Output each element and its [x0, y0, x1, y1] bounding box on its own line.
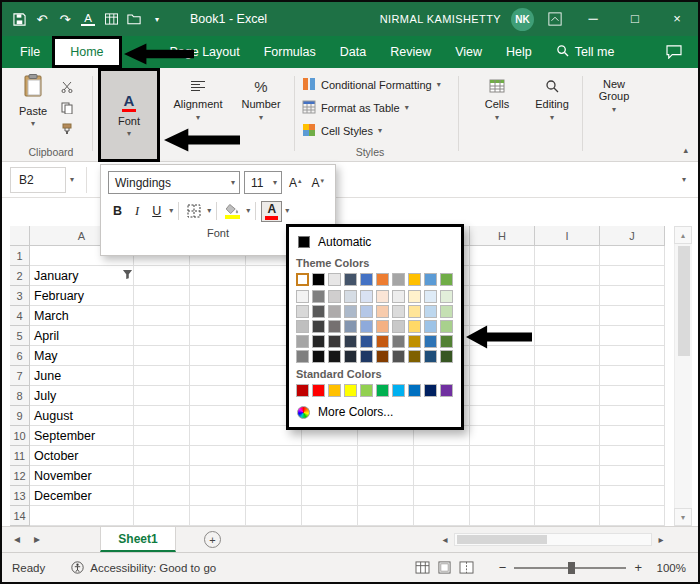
theme-shade-3-1[interactable]: [312, 335, 325, 348]
theme-shade-2-9[interactable]: [440, 320, 453, 333]
cell-H7[interactable]: [470, 366, 535, 386]
cell-I4[interactable]: [535, 306, 600, 326]
cell-J12[interactable]: [600, 466, 665, 486]
standard-color-0[interactable]: [296, 384, 309, 397]
save-icon[interactable]: [12, 11, 26, 27]
standard-color-5[interactable]: [376, 384, 389, 397]
standard-color-7[interactable]: [408, 384, 421, 397]
tab-file[interactable]: File: [8, 36, 52, 68]
tab-home[interactable]: Home: [52, 36, 121, 68]
theme-shade-2-7[interactable]: [408, 320, 421, 333]
cell-B6[interactable]: [134, 346, 190, 366]
cell-A4[interactable]: March: [30, 306, 134, 326]
cell-H13[interactable]: [470, 486, 535, 506]
cell-G13[interactable]: [414, 486, 470, 506]
cell-A10[interactable]: September: [30, 426, 134, 446]
borders-dropdown-icon[interactable]: ▾: [207, 207, 211, 215]
theme-shade-1-2[interactable]: [328, 305, 341, 318]
sheet-nav-right-icon[interactable]: ▸: [34, 527, 40, 552]
theme-shade-1-6[interactable]: [392, 305, 405, 318]
standard-color-3[interactable]: [344, 384, 357, 397]
conditional-formatting-button[interactable]: Conditional Formatting ▾: [302, 74, 441, 96]
autofilter-icon[interactable]: [122, 269, 133, 283]
theme-shade-4-2[interactable]: [328, 350, 341, 363]
accessibility-icon[interactable]: [71, 561, 84, 574]
cell-styles-button[interactable]: Cell Styles ▾: [302, 120, 441, 142]
theme-shade-2-1[interactable]: [312, 320, 325, 333]
cell-E14[interactable]: [302, 506, 358, 526]
zoom-in-button[interactable]: +: [634, 560, 642, 575]
cell-B9[interactable]: [134, 406, 190, 426]
cell-I8[interactable]: [535, 386, 600, 406]
page-layout-view-icon[interactable]: [437, 561, 452, 574]
tab-review[interactable]: Review: [378, 36, 443, 68]
cell-E13[interactable]: [302, 486, 358, 506]
standard-color-8[interactable]: [424, 384, 437, 397]
hscroll-track[interactable]: [454, 533, 652, 546]
vertical-scrollbar[interactable]: [674, 244, 692, 508]
cell-B4[interactable]: [134, 306, 190, 326]
avatar[interactable]: NK: [511, 8, 534, 31]
cell-B8[interactable]: [134, 386, 190, 406]
cell-I13[interactable]: [535, 486, 600, 506]
cell-B13[interactable]: [134, 486, 190, 506]
cell-I10[interactable]: [535, 426, 600, 446]
bold-button[interactable]: B: [108, 202, 127, 220]
theme-shade-3-3[interactable]: [344, 335, 357, 348]
theme-shade-2-8[interactable]: [424, 320, 437, 333]
cell-C2[interactable]: [190, 266, 246, 286]
cell-C12[interactable]: [190, 466, 246, 486]
theme-shade-3-0[interactable]: [296, 335, 309, 348]
theme-shade-4-5[interactable]: [376, 350, 389, 363]
horizontal-scrollbar[interactable]: ◂ ▸: [438, 531, 668, 548]
standard-color-9[interactable]: [440, 384, 453, 397]
theme-color-1[interactable]: [312, 273, 325, 286]
theme-shade-4-9[interactable]: [440, 350, 453, 363]
cell-J9[interactable]: [600, 406, 665, 426]
minimize-button[interactable]: ─: [572, 2, 614, 36]
customize-qat-icon[interactable]: ▾: [150, 11, 164, 27]
cell-B12[interactable]: [134, 466, 190, 486]
user-name[interactable]: NIRMAL KAMISHETTY: [380, 13, 501, 25]
hscroll-thumb[interactable]: [457, 535, 547, 544]
table-icon[interactable]: [104, 11, 118, 27]
cell-I1[interactable]: [535, 246, 600, 266]
page-break-view-icon[interactable]: [459, 561, 474, 574]
formula-bar-expand-icon[interactable]: ▾: [682, 176, 686, 184]
standard-color-4[interactable]: [360, 384, 373, 397]
row-header-6[interactable]: 6: [10, 346, 30, 366]
theme-color-8[interactable]: [424, 273, 437, 286]
cell-A6[interactable]: May: [30, 346, 134, 366]
cell-A2[interactable]: January: [30, 266, 134, 286]
row-header-10[interactable]: 10: [10, 426, 30, 446]
column-header-I[interactable]: I: [535, 226, 600, 246]
redo-icon[interactable]: ↷: [58, 11, 72, 27]
maximize-button[interactable]: □: [614, 2, 656, 36]
copy-icon[interactable]: [60, 101, 74, 114]
cell-H3[interactable]: [470, 286, 535, 306]
cell-B14[interactable]: [134, 506, 190, 526]
cell-J5[interactable]: [600, 326, 665, 346]
cell-I14[interactable]: [535, 506, 600, 526]
theme-color-7[interactable]: [408, 273, 421, 286]
close-button[interactable]: ×: [656, 2, 698, 36]
theme-shade-0-0[interactable]: [296, 290, 309, 303]
cell-A14[interactable]: [30, 506, 134, 526]
font-color-button[interactable]: A: [261, 201, 282, 222]
cell-C5[interactable]: [190, 326, 246, 346]
cell-H8[interactable]: [470, 386, 535, 406]
font-group-collapsed[interactable]: A Font ▾: [98, 68, 160, 162]
cells-group-collapsed[interactable]: Cells ▾: [472, 78, 522, 122]
theme-shade-2-2[interactable]: [328, 320, 341, 333]
tab-formulas[interactable]: Formulas: [252, 36, 328, 68]
theme-color-3[interactable]: [344, 273, 357, 286]
cell-C9[interactable]: [190, 406, 246, 426]
theme-shade-1-3[interactable]: [344, 305, 357, 318]
cell-I2[interactable]: [535, 266, 600, 286]
cell-J4[interactable]: [600, 306, 665, 326]
cell-A3[interactable]: February: [30, 286, 134, 306]
cell-J14[interactable]: [600, 506, 665, 526]
theme-shade-0-2[interactable]: [328, 290, 341, 303]
font-name-select[interactable]: Wingdings ▾: [108, 171, 240, 194]
cell-I3[interactable]: [535, 286, 600, 306]
